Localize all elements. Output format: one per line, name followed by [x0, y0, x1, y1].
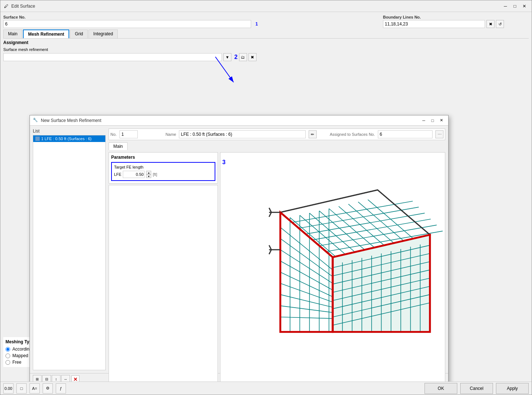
close-button[interactable]: ✕: [520, 3, 529, 10]
status-btn-3[interactable]: A=: [30, 383, 40, 394]
params-label: Parameters: [111, 155, 215, 160]
svg-line-60: [269, 250, 271, 254]
lfe-down-btn[interactable]: ▼: [146, 174, 151, 178]
dialog-tool-2[interactable]: ⊟: [42, 375, 51, 382]
params-top-section: Parameters Target FE length LFE: [109, 152, 218, 183]
assignment-dropdown-btn[interactable]: ▼: [223, 53, 231, 61]
surface-no-label: Surface No.: [3, 15, 380, 19]
cancel-button[interactable]: Cancel: [460, 383, 493, 394]
no-input[interactable]: [120, 130, 138, 138]
edit-surface-content: Surface No. 1 Boundary Lines No. ✖ ↺: [0, 12, 532, 382]
list-item-icon-1: [35, 137, 40, 141]
status-btn-4[interactable]: ⚙: [43, 383, 53, 394]
app-icon: 🖊: [3, 3, 9, 9]
radio-according-input[interactable]: [5, 347, 10, 352]
dialog-tool-3[interactable]: ↕: [52, 375, 60, 382]
boundary-lines-group: Boundary Lines No. ✖ ↺: [383, 15, 529, 28]
status-btn-5[interactable]: ƒ: [56, 383, 66, 394]
lfe-unit: [ft]: [153, 172, 157, 177]
assigned-label: Assigned to Surfaces No.: [330, 132, 375, 137]
surface-fields-row: Surface No. 1 Boundary Lines No. ✖ ↺: [0, 12, 532, 28]
list-item-text-1: 1 LFE : 0.50 ft (Surfaces : 6): [41, 137, 91, 141]
dialog-tabs: Main: [109, 142, 445, 150]
bottom-status-bar: 0.00 □ A= ⚙ ƒ OK Cancel Apply: [0, 382, 532, 395]
annotation-3: 3: [222, 159, 226, 166]
ok-button[interactable]: OK: [425, 383, 457, 394]
title-bar: 🖊 Edit Surface ─ □ ✕: [0, 0, 532, 12]
assignment-title: Assignment: [3, 40, 529, 45]
surface-annotation-1: 1: [255, 21, 258, 27]
dialog-tool-4[interactable]: ↔: [61, 375, 70, 382]
fe-input-row: LFE ▲ ▼ [ft]: [114, 171, 212, 178]
tab-mesh-refinement[interactable]: Mesh Refinement: [23, 29, 69, 38]
dialog-tab-main[interactable]: Main: [109, 142, 128, 150]
tabs: Main Mesh Refinement Grid Integrated: [3, 29, 529, 39]
boundary-lines-input[interactable]: [383, 20, 485, 28]
name-edit-btn[interactable]: ✏: [309, 130, 317, 138]
lfe-label: LFE: [114, 172, 121, 177]
svg-line-54: [269, 208, 271, 212]
assigned-input[interactable]: [378, 130, 433, 138]
lfe-spinner: ▲ ▼: [146, 171, 151, 178]
assignment-delete-btn[interactable]: ✖: [249, 53, 257, 61]
target-fe-label: Target FE length: [114, 165, 212, 169]
dialog-title-bar: 🔧 New Surface Mesh Refinement ─ □ ✕: [30, 115, 448, 126]
dialog-minimize-btn[interactable]: ─: [420, 117, 428, 124]
list-item-1[interactable]: 1 LFE : 0.50 ft (Surfaces : 6): [33, 135, 105, 142]
params-panel: Parameters Target FE length LFE: [109, 152, 218, 382]
visualization-panel: [220, 152, 445, 382]
radio-mapped-label: Mapped: [12, 353, 28, 358]
tab-integrated[interactable]: Integrated: [89, 29, 118, 38]
main-window: 🖊 Edit Surface ─ □ ✕ Surface No. 1 Bound…: [0, 0, 532, 395]
dialog-title: New Surface Mesh Refinement: [41, 118, 418, 123]
minimize-button[interactable]: ─: [501, 3, 510, 10]
assignment-input[interactable]: [3, 53, 222, 61]
boundary-refresh-button[interactable]: ↺: [496, 20, 504, 28]
maximize-button[interactable]: □: [511, 3, 519, 10]
status-btn-1[interactable]: 0.00: [3, 383, 13, 394]
dialog-delete-btn[interactable]: ✕: [71, 375, 79, 382]
radio-according-label: According: [12, 347, 32, 352]
lfe-value-input[interactable]: [123, 171, 145, 178]
lfe-up-btn[interactable]: ▲: [146, 171, 151, 174]
tab-grid[interactable]: Grid: [70, 29, 88, 38]
window-controls: ─ □ ✕: [501, 3, 529, 10]
dialog-maximize-btn[interactable]: □: [429, 117, 437, 124]
status-btn-2[interactable]: □: [16, 383, 27, 394]
dialog-window-controls: ─ □ ✕: [420, 117, 445, 124]
params-bottom-section: [109, 185, 218, 382]
dialog-fields-row: No. Name ✏ Assigned to Surfaces No. ⋯: [109, 129, 445, 140]
svg-line-56: [269, 212, 271, 217]
assignment-row: ▼ 2 🗂 ✖: [3, 53, 529, 61]
svg-line-58: [269, 245, 271, 250]
dialog-icon: 🔧: [33, 118, 39, 123]
annotation-2: 2: [234, 54, 238, 60]
dialog-body: List 1 LFE : 0.50 ft (Surfaces : 6): [30, 126, 448, 373]
dialog-close-btn[interactable]: ✕: [437, 117, 445, 124]
window-title: Edit Surface: [11, 4, 499, 9]
boundary-lines-label: Boundary Lines No.: [383, 15, 529, 19]
no-label: No.: [110, 132, 117, 137]
radio-free-input[interactable]: [5, 360, 10, 365]
dialog-right-panel: No. Name ✏ Assigned to Surfaces No. ⋯: [109, 129, 445, 370]
list-panel: List 1 LFE : 0.50 ft (Surfaces : 6): [33, 129, 106, 370]
boundary-reset-button[interactable]: ✖: [486, 20, 494, 28]
dialog-main-content: Parameters Target FE length LFE: [109, 152, 445, 382]
mesh-visualization: [220, 153, 445, 382]
apply-button[interactable]: Apply: [496, 383, 529, 394]
list-label: List: [33, 129, 106, 134]
surface-no-input[interactable]: [3, 20, 251, 28]
tabs-row: Main Mesh Refinement Grid Integrated: [0, 28, 532, 39]
assigned-icon-btn[interactable]: ⋯: [435, 130, 443, 138]
dialog-toolbar-icons: ⊞ ⊟ ↕ ↔: [33, 375, 70, 382]
ok-cancel-area: OK Cancel Apply: [425, 383, 529, 394]
assignment-edit-btn[interactable]: 🗂: [239, 53, 247, 61]
name-label: Name: [165, 132, 176, 137]
new-surface-mesh-dialog: 🔧 New Surface Mesh Refinement ─ □ ✕ List: [30, 115, 449, 382]
list-box[interactable]: 1 LFE : 0.50 ft (Surfaces : 6): [33, 135, 106, 370]
tab-main[interactable]: Main: [3, 29, 22, 38]
dialog-tool-1[interactable]: ⊞: [33, 375, 42, 382]
name-input[interactable]: [179, 130, 305, 138]
panel-inner: Assignment Surface mesh refinement ▼ 2 🗂…: [0, 39, 532, 382]
radio-mapped-input[interactable]: [5, 353, 10, 358]
